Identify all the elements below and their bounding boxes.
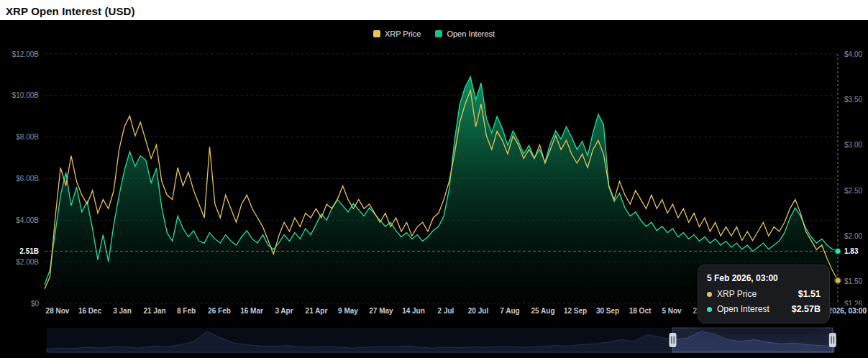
right-axis-tick: $2.50 bbox=[844, 187, 862, 195]
tooltip-price-value: $1.51 bbox=[798, 289, 821, 299]
left-axis-tick: $8.00B bbox=[16, 133, 39, 141]
x-axis-tick: 28 Nov bbox=[46, 307, 70, 315]
x-axis-tick: 21 Jan bbox=[143, 307, 165, 315]
tooltip-price-label: XRP Price bbox=[717, 289, 757, 299]
left-axis-tick: $12.00B bbox=[12, 50, 40, 58]
legend-label-open-interest: Open Interest bbox=[447, 29, 495, 38]
tooltip-date: 5 Feb 2026, 03:00 bbox=[707, 273, 821, 283]
open-interest-last-value-label: 2.51B bbox=[19, 247, 39, 255]
x-axis-tick: 3 Apr bbox=[275, 307, 293, 315]
x-axis-tick: 2 Jul bbox=[438, 307, 454, 315]
navigator[interactable] bbox=[47, 328, 836, 352]
x-axis-tick: 8 Feb bbox=[177, 307, 196, 315]
x-axis-tick: 7 Aug bbox=[500, 307, 519, 315]
open-interest-last-point bbox=[835, 248, 841, 254]
x-axis-tick: 25 Aug bbox=[531, 307, 555, 315]
tooltip-row-price: XRP Price $1.51 bbox=[707, 289, 821, 299]
price-last-point bbox=[835, 277, 841, 283]
left-axis-tick: $0 bbox=[31, 300, 40, 308]
right-axis-tick: $2.00 bbox=[844, 232, 862, 240]
legend-label-xrp-price: XRP Price bbox=[385, 29, 421, 38]
tooltip: 5 Feb 2026, 03:00 XRP Price $1.51 Open I… bbox=[698, 265, 830, 323]
chart-title: XRP Open Interest (USD) bbox=[0, 0, 868, 20]
page: XRP Open Interest (USD) XRP Price Open I… bbox=[0, 0, 868, 363]
x-axis-tick: 20 Jul bbox=[468, 307, 489, 315]
x-axis-tick: 27 May bbox=[369, 307, 393, 315]
x-axis-tick: 21 Apr bbox=[306, 307, 328, 315]
right-axis-tick: $3.50 bbox=[844, 96, 862, 104]
tooltip-open-interest-label: Open Interest bbox=[717, 304, 769, 314]
left-axis-tick: $6.00B bbox=[16, 175, 39, 183]
x-axis-tick: 18 Oct bbox=[629, 307, 652, 315]
left-axis-tick: $4.00B bbox=[16, 216, 39, 224]
price-dot-icon bbox=[707, 292, 712, 297]
x-axis-tick: 5 Nov bbox=[662, 307, 682, 315]
x-axis-tick: 14 Jun bbox=[402, 307, 425, 315]
navigator-handle-left[interactable] bbox=[670, 333, 677, 347]
tooltip-row-open-interest: Open Interest $2.57B bbox=[707, 304, 821, 314]
x-axis-tick: 3 Jan bbox=[113, 307, 132, 315]
xrp-price-swatch-icon bbox=[373, 30, 380, 37]
chart-canvas: XRP Price Open Interest $12.00B$10.00B$8… bbox=[0, 20, 868, 358]
left-axis-tick: $10.00B bbox=[12, 91, 40, 99]
x-axis-tick: 30 Sep bbox=[596, 307, 619, 315]
legend-item-open-interest[interactable]: Open Interest bbox=[435, 29, 495, 38]
open-interest-swatch-icon bbox=[435, 30, 442, 37]
x-axis-tick: 16 Mar bbox=[240, 307, 263, 315]
navigator-mask bbox=[47, 328, 673, 352]
navigator-handle-right[interactable] bbox=[829, 333, 836, 347]
x-axis-tick: 26 Feb bbox=[208, 307, 231, 315]
right-axis-tick: $3.00 bbox=[844, 141, 862, 149]
right-axis-tick: $1.50 bbox=[844, 277, 862, 285]
open-interest-dot-icon bbox=[707, 307, 712, 312]
right-axis-crosshair-label: 1.83 bbox=[844, 247, 859, 255]
right-axis-tick: $4.00 bbox=[844, 50, 862, 58]
x-axis-tick: 16 Dec bbox=[78, 307, 102, 315]
legend-item-xrp-price[interactable]: XRP Price bbox=[373, 29, 421, 38]
legend: XRP Price Open Interest bbox=[0, 29, 868, 38]
navigator-brush[interactable] bbox=[673, 328, 833, 352]
x-axis-tick: 9 May bbox=[338, 307, 358, 315]
left-axis-tick: $2.00B bbox=[16, 258, 39, 266]
tooltip-open-interest-value: $2.57B bbox=[792, 304, 821, 314]
x-axis-tick: 12 Sep bbox=[564, 307, 587, 315]
